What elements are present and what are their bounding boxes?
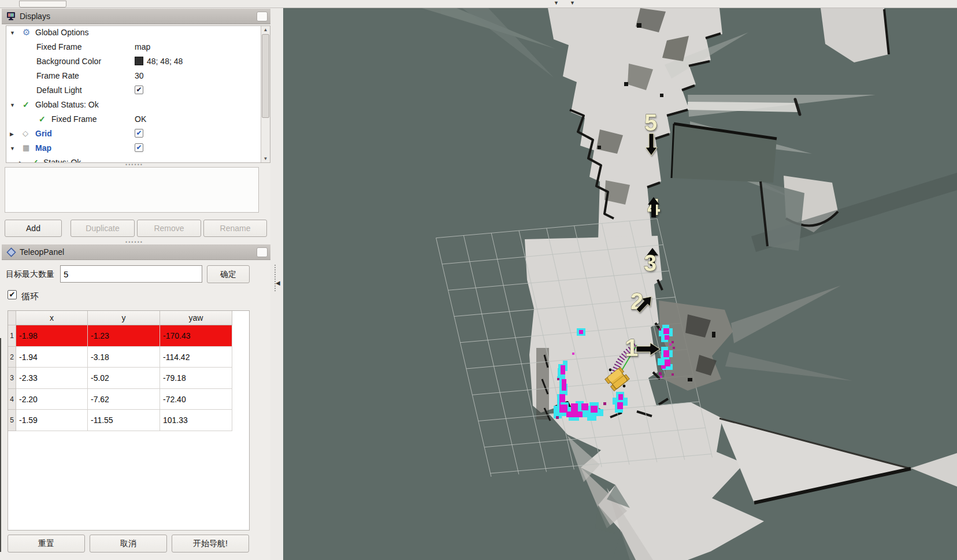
row-number: 5 bbox=[8, 410, 16, 431]
checkbox[interactable]: ✔ bbox=[135, 86, 143, 94]
waypoint-label-3[interactable]: 3 bbox=[644, 250, 656, 276]
obstacle-dot bbox=[577, 328, 585, 336]
tree-row-map[interactable]: ▼ ▦ Map ✔ bbox=[6, 142, 270, 156]
tree-label: Global Status: Ok bbox=[35, 100, 99, 109]
table-header: x y yaw bbox=[8, 311, 249, 325]
teleop-panel-title: TeleopPanel bbox=[20, 247, 64, 257]
tree-value[interactable]: 30 bbox=[135, 71, 144, 80]
cell-yaw[interactable]: 101.33 bbox=[160, 410, 232, 431]
start-navigation-button[interactable]: 开始导航! bbox=[172, 535, 249, 552]
cell-y[interactable]: -3.18 bbox=[88, 347, 160, 368]
scroll-down-icon[interactable]: ▼ bbox=[261, 156, 270, 161]
teleop-panel-icon bbox=[6, 247, 16, 257]
tree-row-frame-rate[interactable]: Frame Rate 30 bbox=[6, 69, 270, 84]
cell-x[interactable]: -1.94 bbox=[16, 347, 88, 368]
col-header-y[interactable]: y bbox=[88, 311, 160, 325]
rviz-3d-view[interactable]: 5 4 3 2 1 bbox=[283, 8, 957, 560]
table-row[interactable]: 1 -1.98 -1.23 -170.43 bbox=[8, 325, 249, 347]
tree-row-global-status[interactable]: ▼ ✓ Global Status: Ok bbox=[6, 98, 270, 113]
tree-row-fixed-frame[interactable]: Fixed Frame map bbox=[6, 40, 270, 55]
table-row[interactable]: 2 -1.94 -3.18 -114.42 bbox=[8, 347, 249, 368]
tree-row-default-light[interactable]: Default Light ✔ bbox=[6, 84, 270, 98]
tree-value[interactable]: map bbox=[135, 42, 150, 51]
displays-tree: ▼ ⚙ Global Options Fixed Frame map Backg… bbox=[6, 25, 270, 163]
panel-float-button[interactable] bbox=[257, 247, 268, 257]
checkbox[interactable]: ✔ bbox=[135, 143, 143, 152]
displays-panel-titlebar[interactable]: Displays bbox=[2, 9, 270, 24]
expander-icon[interactable]: ▼ bbox=[10, 146, 15, 151]
cancel-button[interactable]: 取消 bbox=[90, 535, 167, 552]
tree-label: Background Color bbox=[36, 57, 101, 66]
cell-y[interactable]: -7.62 bbox=[88, 389, 160, 410]
duplicate-button[interactable]: Duplicate bbox=[71, 220, 135, 237]
expander-icon[interactable]: ▼ bbox=[10, 30, 15, 36]
row-number: 4 bbox=[8, 389, 16, 410]
table-row[interactable]: 5 -1.59 -11.55 101.33 bbox=[8, 410, 249, 431]
expander-icon[interactable]: ▼ bbox=[10, 102, 15, 108]
scrollbar-thumb[interactable] bbox=[262, 34, 269, 118]
scroll-up-icon[interactable]: ▲ bbox=[261, 27, 270, 32]
cell-x[interactable]: -2.20 bbox=[16, 389, 88, 410]
max-goal-label: 目标最大数量 bbox=[6, 269, 54, 280]
table-row[interactable]: 4 -2.20 -7.62 -72.40 bbox=[8, 389, 249, 410]
cell-yaw[interactable]: -170.43 bbox=[160, 325, 232, 347]
expander-icon[interactable]: ▶ bbox=[10, 131, 14, 137]
row-number: 1 bbox=[8, 325, 16, 347]
tree-row-grid[interactable]: ▶ ◇ Grid ✔ bbox=[6, 127, 270, 142]
color-swatch[interactable] bbox=[135, 57, 143, 65]
table-row[interactable]: 3 -2.33 -5.02 -79.18 bbox=[8, 368, 249, 389]
cell-x[interactable]: -1.98 bbox=[16, 325, 88, 347]
panel-float-button[interactable] bbox=[257, 12, 268, 21]
loop-checkbox[interactable]: ✔ bbox=[8, 290, 17, 299]
row-number: 3 bbox=[8, 368, 16, 389]
checkbox[interactable]: ✔ bbox=[135, 129, 143, 138]
cell-yaw[interactable]: -79.18 bbox=[160, 368, 232, 389]
tree-label: Frame Rate bbox=[36, 71, 79, 80]
panel-splitter[interactable]: ◀ bbox=[270, 8, 283, 560]
tree-value: OK bbox=[135, 114, 146, 124]
confirm-button[interactable]: 确定 bbox=[207, 265, 250, 283]
loop-label: 循环 bbox=[21, 291, 39, 302]
row-number: 2 bbox=[8, 347, 16, 368]
col-header-x[interactable]: x bbox=[16, 311, 88, 325]
toolbar-button[interactable] bbox=[19, 1, 66, 8]
tree-row-global-options[interactable]: ▼ ⚙ Global Options bbox=[6, 26, 270, 40]
tree-label: Fixed Frame bbox=[51, 114, 97, 124]
reset-button[interactable]: 重置 bbox=[8, 535, 85, 552]
waypoint-label-5[interactable]: 5 bbox=[644, 110, 657, 135]
splitter-dots bbox=[275, 265, 276, 291]
collapse-arrow-icon[interactable]: ◀ bbox=[276, 280, 280, 286]
check-icon: ✓ bbox=[39, 114, 46, 124]
left-panel-column: Displays ▼ ⚙ Global Options Fixed Frame … bbox=[0, 8, 283, 560]
gear-icon: ⚙ bbox=[23, 27, 30, 38]
tree-label: Global Options bbox=[35, 28, 89, 37]
cell-y[interactable]: -11.55 bbox=[88, 410, 160, 431]
chevron-down-icon[interactable]: ▼ bbox=[554, 0, 559, 6]
remove-button[interactable]: Remove bbox=[137, 220, 201, 237]
cell-yaw[interactable]: -72.40 bbox=[160, 389, 232, 410]
tree-scrollbar[interactable]: ▲ ▼ bbox=[261, 26, 270, 162]
tree-label: Fixed Frame bbox=[36, 42, 82, 51]
tree-label: Default Light bbox=[36, 86, 82, 95]
waypoint-table: x y yaw 1 -1.98 -1.23 -170.43 2 -1.94 -3… bbox=[8, 310, 250, 531]
cell-x[interactable]: -1.59 bbox=[16, 410, 88, 431]
col-header-yaw[interactable]: yaw bbox=[160, 311, 232, 325]
cell-x[interactable]: -2.33 bbox=[16, 368, 88, 389]
window-edge bbox=[0, 338, 1, 552]
tree-row-fixed-frame-status[interactable]: ✓ Fixed Frame OK bbox=[6, 113, 270, 127]
add-button[interactable]: Add bbox=[5, 220, 62, 237]
cell-y[interactable]: -1.23 bbox=[88, 325, 160, 347]
tree-row-background-color[interactable]: Background Color 48; 48; 48 bbox=[6, 55, 270, 69]
grid-icon: ◇ bbox=[23, 129, 28, 138]
chevron-down-icon[interactable]: ▼ bbox=[570, 0, 575, 6]
cell-y[interactable]: -5.02 bbox=[88, 368, 160, 389]
teleop-panel-titlebar[interactable]: TeleopPanel bbox=[2, 244, 270, 260]
tree-value[interactable]: 48; 48; 48 bbox=[147, 57, 183, 66]
toolbar: ▼ ▼ bbox=[0, 0, 957, 8]
cell-yaw[interactable]: -114.42 bbox=[160, 347, 232, 368]
displays-panel-title: Displays bbox=[20, 12, 50, 21]
max-goal-input[interactable] bbox=[60, 265, 202, 283]
map-speck bbox=[609, 369, 612, 372]
tree-label: Grid bbox=[35, 129, 52, 138]
rename-button[interactable]: Rename bbox=[203, 220, 267, 237]
